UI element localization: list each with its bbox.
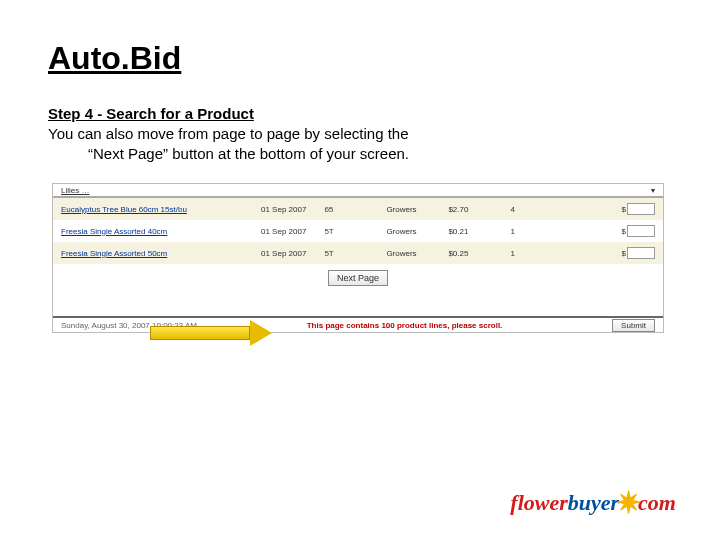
cell-price: $0.21 bbox=[448, 227, 492, 236]
bid-input-group: $ bbox=[622, 247, 655, 259]
product-name-partial: Lilies … bbox=[61, 186, 89, 195]
cell-price: $0.25 bbox=[448, 249, 492, 258]
bid-input-group: $ bbox=[622, 225, 655, 237]
next-page-container: Next Page bbox=[53, 264, 663, 316]
cell-date: 01 Sep 2007 bbox=[261, 249, 306, 258]
cell-grade: Growers bbox=[386, 227, 430, 236]
partial-row-tail: ▾ bbox=[651, 186, 655, 195]
cell-date: 01 Sep 2007 bbox=[261, 227, 306, 236]
status-bar: Sunday, August 30, 2007 10:00:23 AM This… bbox=[53, 316, 663, 332]
bid-input[interactable] bbox=[627, 203, 655, 215]
logo-flower: flower bbox=[510, 490, 567, 516]
bid-input-group: $ bbox=[622, 203, 655, 215]
logo-buyer: buyer bbox=[568, 490, 619, 516]
row-cells: 01 Sep 2007 65 Growers $2.70 4 bbox=[261, 205, 554, 214]
bid-input[interactable] bbox=[627, 225, 655, 237]
arrow-head-icon bbox=[250, 320, 272, 346]
embedded-screenshot: Lilies … ▾ Eucalyptus Tree Blue 60cm 15s… bbox=[52, 183, 664, 333]
product-link[interactable]: Freesia Single Assorted 50cm bbox=[61, 249, 261, 258]
product-link[interactable]: Eucalyptus Tree Blue 60cm 15st/bu bbox=[61, 205, 261, 214]
arrow-shaft bbox=[150, 326, 250, 340]
row-cells: 01 Sep 2007 5T Growers $0.25 1 bbox=[261, 249, 554, 258]
bid-input[interactable] bbox=[627, 247, 655, 259]
row-cells: 01 Sep 2007 5T Growers $0.21 1 bbox=[261, 227, 554, 236]
page-title: Auto.Bid bbox=[48, 40, 672, 77]
table-row: Freesia Single Assorted 40cm 01 Sep 2007… bbox=[53, 220, 663, 242]
table-row: Freesia Single Assorted 50cm 01 Sep 2007… bbox=[53, 242, 663, 264]
next-page-button[interactable]: Next Page bbox=[328, 270, 388, 286]
flowerbuyer-logo: flowerbuyer✷com bbox=[510, 485, 676, 520]
table-row-partial: Lilies … ▾ bbox=[53, 184, 663, 198]
cell-price: $2.70 bbox=[448, 205, 492, 214]
cell-qty: 5T bbox=[324, 227, 368, 236]
logo-com: com bbox=[638, 490, 676, 516]
cell-date: 01 Sep 2007 bbox=[261, 205, 306, 214]
table-row: Eucalyptus Tree Blue 60cm 15st/bu 01 Sep… bbox=[53, 198, 663, 220]
product-link[interactable]: Freesia Single Assorted 40cm bbox=[61, 227, 261, 236]
cell-qty: 5T bbox=[324, 249, 368, 258]
callout-arrow bbox=[150, 320, 272, 346]
step-line-2: “Next Page” button at the bottom of your… bbox=[48, 144, 672, 164]
cell-grade: Growers bbox=[386, 249, 430, 258]
cell-qty: 65 bbox=[324, 205, 368, 214]
cell-units: 1 bbox=[510, 249, 554, 258]
step-description: You can also move from page to page by s… bbox=[48, 124, 672, 163]
cell-units: 4 bbox=[510, 205, 554, 214]
step-line-1: You can also move from page to page by s… bbox=[48, 125, 409, 142]
cell-units: 1 bbox=[510, 227, 554, 236]
submit-button[interactable]: Submit bbox=[612, 319, 655, 332]
cell-grade: Growers bbox=[386, 205, 430, 214]
step-heading: Step 4 - Search for a Product bbox=[48, 105, 672, 122]
